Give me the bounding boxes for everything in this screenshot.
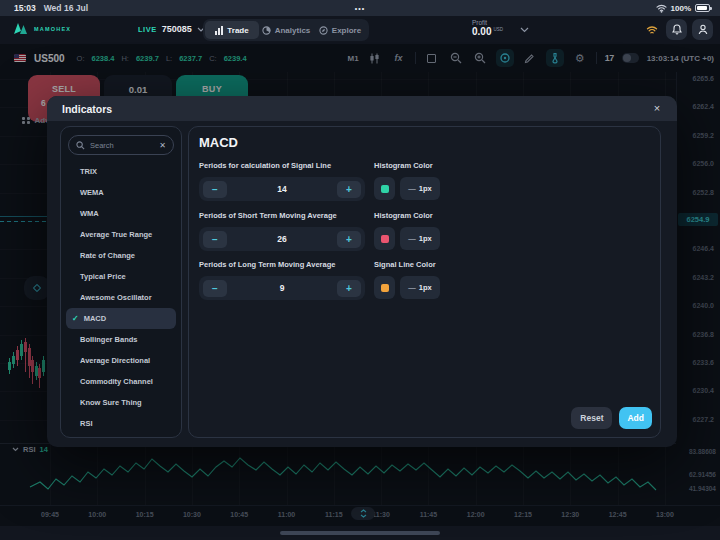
- search-placeholder: Search: [90, 141, 154, 150]
- indicator-label: TRIX: [80, 167, 97, 176]
- indicator-label: Rate of Change: [80, 251, 135, 260]
- indicator-label: Awesome Oscillator: [80, 293, 152, 302]
- line-width-value: 1px: [419, 283, 432, 292]
- indicator-list-item[interactable]: Awesome Oscillator: [66, 287, 176, 308]
- color-swatch-button[interactable]: [374, 177, 395, 200]
- indicator-list-panel: Search ✕ TRIXWEMAWMAAverage True RangeRa…: [60, 126, 182, 438]
- decrement-button[interactable]: −: [203, 231, 227, 248]
- increment-button[interactable]: +: [337, 280, 361, 297]
- status-bar: 15:03 Wed 16 Jul ••• 100%: [0, 0, 720, 16]
- search-icon: [76, 141, 85, 150]
- line-width-button[interactable]: —1px: [400, 227, 440, 250]
- tab-analytics[interactable]: Analytics: [259, 21, 313, 39]
- indicator-label: Average True Range: [80, 230, 152, 239]
- indicator-detail-title: MACD: [199, 135, 238, 150]
- color-swatch: [381, 284, 389, 292]
- stepper-control: −26+: [199, 227, 365, 251]
- status-date: Wed 16 Jul: [44, 3, 88, 13]
- indicator-list-item[interactable]: Rate of Change: [66, 245, 176, 266]
- stepper-value: 26: [277, 234, 286, 244]
- indicator-label: Typical Price: [80, 272, 126, 281]
- status-wifi-icon: [656, 4, 667, 13]
- profit-currency: USD: [493, 27, 503, 32]
- indicator-list-item[interactable]: Typical Price: [66, 266, 176, 287]
- color-swatch: [381, 185, 389, 193]
- indicator-list-item[interactable]: Average Directional: [66, 350, 176, 371]
- color-field: Signal Line Color—1px: [374, 260, 494, 299]
- account-selector[interactable]: LIVE 750085: [138, 24, 205, 34]
- indicator-label: Average Directional: [80, 356, 150, 365]
- color-field-label: Histogram Color: [374, 211, 494, 220]
- compass-icon: [319, 26, 328, 35]
- indicator-list-item[interactable]: ✓MACD: [66, 308, 176, 329]
- indicator-label: Know Sure Thing: [80, 398, 142, 407]
- stepper-control: −14+: [199, 177, 365, 201]
- indicator-list-item[interactable]: Average True Range: [66, 224, 176, 245]
- clear-search-icon[interactable]: ✕: [159, 141, 166, 150]
- indicator-search-input[interactable]: Search ✕: [68, 135, 174, 155]
- indicator-list-item[interactable]: Commodity Channel: [66, 371, 176, 392]
- indicator-label: Bollinger Bands: [80, 335, 138, 344]
- color-row: —1px: [374, 276, 494, 299]
- decrement-button[interactable]: −: [203, 181, 227, 198]
- home-indicator[interactable]: [280, 531, 440, 535]
- indicator-label: MACD: [84, 314, 107, 323]
- indicator-detail-panel: MACD Periods for calculation of Signal L…: [188, 126, 661, 438]
- indicators-modal: Indicators × Search ✕ TRIXWEMAWMAAverage…: [47, 96, 677, 447]
- color-swatch-button[interactable]: [374, 227, 395, 250]
- stepper-value: 9: [280, 283, 285, 293]
- line-width-value: 1px: [419, 184, 432, 193]
- status-dots: •••: [355, 5, 365, 12]
- indicator-label: WEMA: [80, 188, 104, 197]
- indicator-label: WMA: [80, 209, 99, 218]
- stepper-value: 14: [277, 184, 286, 194]
- connection-signal-icon: [646, 25, 658, 35]
- account-mode-badge: LIVE: [138, 25, 157, 34]
- color-field-label: Signal Line Color: [374, 260, 494, 269]
- profit-display: Profit 0.00 USD: [472, 19, 503, 37]
- indicator-list-item[interactable]: RSI: [66, 413, 176, 434]
- main-tab-group: Trade Analytics Explore: [203, 19, 369, 41]
- line-width-button[interactable]: —1px: [400, 177, 440, 200]
- period-field: Periods of Long Term Moving Average−9+: [199, 260, 365, 300]
- battery-percent: 100%: [671, 4, 691, 13]
- profile-button[interactable]: [692, 19, 713, 40]
- tab-trade[interactable]: Trade: [205, 21, 259, 39]
- profit-expand-chevron[interactable]: [520, 27, 529, 33]
- indicator-list-item[interactable]: Bollinger Bands: [66, 329, 176, 350]
- modal-actions: Reset Add: [571, 407, 652, 429]
- tab-explore[interactable]: Explore: [313, 21, 367, 39]
- brand-logo-icon: [13, 22, 30, 35]
- line-width-button[interactable]: —1px: [400, 276, 440, 299]
- period-field: Periods of Short Term Moving Average−26+: [199, 211, 365, 251]
- check-icon: ✓: [72, 314, 79, 323]
- color-row: —1px: [374, 227, 494, 250]
- increment-button[interactable]: +: [337, 181, 361, 198]
- brand-logo: MAMOHEX: [13, 22, 71, 35]
- bar-chart-icon: [215, 26, 223, 35]
- indicator-list-item[interactable]: Know Sure Thing: [66, 392, 176, 413]
- account-id: 750085: [162, 24, 192, 34]
- color-row: —1px: [374, 177, 494, 200]
- line-sample: —: [408, 184, 416, 193]
- increment-button[interactable]: +: [337, 231, 361, 248]
- indicator-list-item[interactable]: WMA: [66, 203, 176, 224]
- line-sample: —: [408, 283, 416, 292]
- modal-close-button[interactable]: ×: [649, 100, 665, 116]
- line-width-value: 1px: [419, 234, 432, 243]
- field-label: Periods of Long Term Moving Average: [199, 260, 365, 269]
- period-field: Periods for calculation of Signal Line−1…: [199, 161, 365, 201]
- color-swatch-button[interactable]: [374, 276, 395, 299]
- indicator-list-item[interactable]: WEMA: [66, 182, 176, 203]
- notifications-button[interactable]: [666, 19, 687, 40]
- indicator-list-item[interactable]: TRIX: [66, 161, 176, 182]
- line-sample: —: [408, 234, 416, 243]
- modal-title: Indicators: [62, 103, 112, 115]
- add-button[interactable]: Add: [619, 407, 652, 429]
- profit-label: Profit: [472, 19, 503, 26]
- reset-button[interactable]: Reset: [571, 407, 612, 429]
- decrement-button[interactable]: −: [203, 280, 227, 297]
- person-icon: [698, 24, 708, 35]
- indicator-list: TRIXWEMAWMAAverage True RangeRate of Cha…: [61, 161, 181, 434]
- field-label: Periods of Short Term Moving Average: [199, 211, 365, 220]
